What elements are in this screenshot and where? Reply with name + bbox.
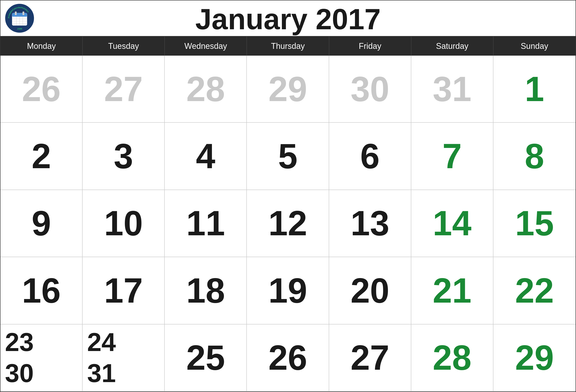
day-cell-jan24-31[interactable]: 24 31	[83, 325, 165, 392]
day-number: 27	[350, 340, 389, 375]
day-cell-jan1[interactable]: 1	[493, 56, 576, 123]
day-header-monday: Monday	[0, 36, 83, 56]
day-header-saturday: Saturday	[411, 36, 493, 56]
day-cell-dec30[interactable]: 30	[329, 56, 411, 123]
day-number: 11	[186, 206, 225, 241]
day-number: 14	[433, 206, 471, 241]
day-number: 27	[104, 72, 143, 107]
day-number: 12	[268, 206, 307, 241]
day-header-thursday: Thursday	[247, 36, 329, 56]
day-number: 20	[350, 273, 389, 308]
day-cell-jan27[interactable]: 27	[329, 325, 411, 392]
day-cell-jan17[interactable]: 17	[83, 257, 165, 324]
day-cell-jan29[interactable]: 29	[493, 325, 576, 392]
svg-text:.com: .com	[17, 28, 22, 30]
day-cell-jan18[interactable]: 18	[165, 257, 247, 324]
day-number: 4	[196, 139, 215, 174]
month-title: January 2017	[195, 4, 381, 34]
day-cell-jan15[interactable]: 15	[493, 190, 576, 257]
day-cell-jan28[interactable]: 28	[411, 325, 493, 392]
day-number: 7	[442, 139, 462, 174]
svg-rect-4	[15, 11, 17, 15]
day-number: 19	[268, 273, 307, 308]
day-cell-jan23-30[interactable]: 23 30	[0, 325, 83, 392]
calendar-header: PrintableCalendarHolidays .com January 2…	[0, 0, 576, 36]
day-number: 16	[22, 273, 60, 308]
day-cell-dec27[interactable]: 27	[83, 56, 165, 123]
day-number-top: 23	[5, 329, 34, 355]
day-number-top: 24	[87, 329, 116, 355]
day-cell-jan13[interactable]: 13	[329, 190, 411, 257]
day-cell-jan4[interactable]: 4	[165, 123, 247, 190]
days-header: Monday Tuesday Wednesday Thursday Friday…	[0, 36, 576, 56]
day-cell-jan14[interactable]: 14	[411, 190, 493, 257]
day-cell-dec31[interactable]: 31	[411, 56, 493, 123]
day-header-friday: Friday	[329, 36, 411, 56]
day-cell-jan19[interactable]: 19	[247, 257, 329, 324]
day-cell-jan7[interactable]: 7	[411, 123, 493, 190]
day-header-tuesday: Tuesday	[83, 36, 165, 56]
day-number: 25	[186, 340, 225, 375]
day-number: 28	[186, 72, 225, 107]
svg-rect-5	[23, 11, 24, 15]
day-header-wednesday: Wednesday	[165, 36, 247, 56]
day-number: 10	[104, 206, 143, 241]
day-number: 26	[268, 340, 307, 375]
day-cell-jan16[interactable]: 16	[0, 257, 83, 324]
calendar-grid: 26 27 28 29 30 31 1 2 3 4 5	[0, 56, 576, 392]
day-number: 6	[360, 139, 379, 174]
day-number: 17	[104, 273, 143, 308]
day-number: 26	[22, 72, 60, 107]
day-cell-jan10[interactable]: 10	[83, 190, 165, 257]
day-cell-dec26[interactable]: 26	[0, 56, 83, 123]
day-number: 2	[31, 139, 51, 174]
day-number: 8	[525, 139, 544, 174]
day-cell-jan25[interactable]: 25	[165, 325, 247, 392]
day-number: 1	[525, 72, 544, 107]
day-number: 18	[186, 273, 225, 308]
svg-rect-3	[12, 13, 27, 17]
day-number: 13	[350, 206, 389, 241]
day-cell-jan11[interactable]: 11	[165, 190, 247, 257]
day-number-bottom: 30	[5, 360, 34, 386]
day-cell-dec28[interactable]: 28	[165, 56, 247, 123]
day-cell-dec29[interactable]: 29	[247, 56, 329, 123]
day-number: 21	[433, 273, 471, 308]
day-cell-jan2[interactable]: 2	[0, 123, 83, 190]
day-number: 29	[268, 72, 307, 107]
day-number: 9	[31, 206, 51, 241]
day-cell-jan3[interactable]: 3	[83, 123, 165, 190]
day-cell-jan21[interactable]: 21	[411, 257, 493, 324]
day-number: 29	[515, 340, 554, 375]
day-number: 15	[515, 206, 554, 241]
day-cell-jan22[interactable]: 22	[493, 257, 576, 324]
day-number: 5	[278, 139, 297, 174]
day-number: 31	[433, 72, 471, 107]
day-cell-jan8[interactable]: 8	[493, 123, 576, 190]
day-number-bottom: 31	[87, 360, 116, 386]
day-header-sunday: Sunday	[493, 36, 576, 56]
day-number: 28	[433, 340, 471, 375]
day-number: 30	[350, 72, 389, 107]
day-cell-jan26[interactable]: 26	[247, 325, 329, 392]
logo: PrintableCalendarHolidays .com	[5, 4, 34, 33]
day-cell-jan6[interactable]: 6	[329, 123, 411, 190]
day-number: 3	[114, 139, 133, 174]
day-cell-jan12[interactable]: 12	[247, 190, 329, 257]
day-cell-jan20[interactable]: 20	[329, 257, 411, 324]
day-cell-jan5[interactable]: 5	[247, 123, 329, 190]
calendar-container: PrintableCalendarHolidays .com January 2…	[0, 0, 576, 392]
day-cell-jan9[interactable]: 9	[0, 190, 83, 257]
day-number: 22	[515, 273, 554, 308]
